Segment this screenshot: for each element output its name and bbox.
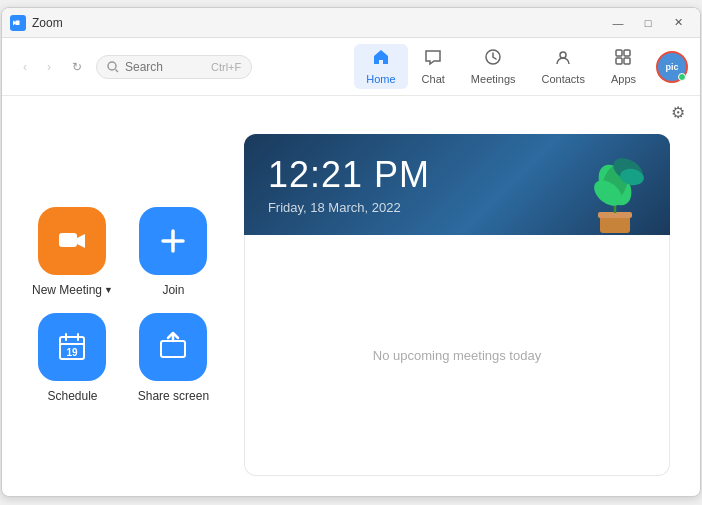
svg-rect-6 xyxy=(624,50,630,56)
plus-icon xyxy=(157,225,189,257)
profile-status-indicator xyxy=(678,73,686,81)
settings-area: ⚙ xyxy=(2,96,700,124)
settings-button[interactable]: ⚙ xyxy=(666,100,690,124)
chat-icon xyxy=(424,48,442,71)
back-button[interactable]: ‹ xyxy=(14,56,36,78)
svg-rect-5 xyxy=(616,50,622,56)
avatar[interactable]: pic xyxy=(656,51,688,83)
right-panel: 12:21 PM Friday, 18 March, 2022 xyxy=(244,134,670,476)
navbar: ‹ › ↻ Ctrl+F Home xyxy=(2,38,700,96)
svg-rect-17 xyxy=(161,341,185,357)
left-panel: New Meeting ▼ Join xyxy=(32,134,214,476)
nav-tabs: Home Chat Meetings xyxy=(354,44,648,89)
home-icon xyxy=(372,48,390,71)
zoom-window: Zoom — □ ✕ ‹ › ↻ Ctrl+F xyxy=(1,7,701,497)
window-title: Zoom xyxy=(32,16,598,30)
schedule-label: Schedule xyxy=(47,389,97,403)
title-bar: Zoom — □ ✕ xyxy=(2,8,700,38)
new-meeting-label: New Meeting ▼ xyxy=(32,283,113,297)
share-screen-icon xyxy=(157,331,189,363)
contacts-icon xyxy=(554,48,572,71)
meetings-icon xyxy=(484,48,502,71)
tab-meetings-label: Meetings xyxy=(471,73,516,85)
tab-home-label: Home xyxy=(366,73,395,85)
join-item: Join xyxy=(133,207,214,297)
maximize-button[interactable]: □ xyxy=(634,13,662,33)
zoom-logo-icon xyxy=(10,15,26,31)
plant-decoration-icon xyxy=(570,155,660,235)
tab-chat[interactable]: Chat xyxy=(410,44,457,89)
schedule-item: 19 Schedule xyxy=(32,313,113,403)
svg-text:19: 19 xyxy=(67,347,79,358)
svg-rect-9 xyxy=(59,233,77,247)
clock-widget: 12:21 PM Friday, 18 March, 2022 xyxy=(244,134,670,235)
schedule-button[interactable]: 19 xyxy=(38,313,106,381)
nav-back-forward: ‹ › xyxy=(14,56,60,78)
svg-point-1 xyxy=(108,62,116,70)
tab-apps-label: Apps xyxy=(611,73,636,85)
close-button[interactable]: ✕ xyxy=(664,13,692,33)
camera-icon xyxy=(56,225,88,257)
no-meetings-text: No upcoming meetings today xyxy=(373,348,541,363)
new-meeting-button[interactable] xyxy=(38,207,106,275)
tab-contacts-label: Contacts xyxy=(542,73,585,85)
search-bar[interactable]: Ctrl+F xyxy=(96,55,252,79)
tab-contacts[interactable]: Contacts xyxy=(530,44,597,89)
tab-meetings[interactable]: Meetings xyxy=(459,44,528,89)
join-label: Join xyxy=(162,283,184,297)
refresh-button[interactable]: ↻ xyxy=(66,56,88,78)
new-meeting-item: New Meeting ▼ xyxy=(32,207,113,297)
svg-rect-8 xyxy=(624,58,630,64)
search-icon xyxy=(107,61,119,73)
share-screen-label: Share screen xyxy=(138,389,209,403)
action-grid: New Meeting ▼ Join xyxy=(32,207,214,403)
search-shortcut: Ctrl+F xyxy=(211,61,241,73)
join-button[interactable] xyxy=(139,207,207,275)
minimize-button[interactable]: — xyxy=(604,13,632,33)
calendar-icon: 19 xyxy=(56,331,88,363)
main-content: New Meeting ▼ Join xyxy=(2,124,700,496)
svg-line-2 xyxy=(116,69,119,72)
share-screen-button[interactable] xyxy=(139,313,207,381)
share-screen-item: Share screen xyxy=(133,313,214,403)
meetings-panel: No upcoming meetings today xyxy=(244,235,670,476)
search-input[interactable] xyxy=(125,60,205,74)
profile-area: pic xyxy=(656,51,688,83)
forward-button[interactable]: › xyxy=(38,56,60,78)
window-controls: — □ ✕ xyxy=(604,13,692,33)
tab-chat-label: Chat xyxy=(422,73,445,85)
svg-point-4 xyxy=(560,52,566,58)
apps-icon xyxy=(614,48,632,71)
tab-apps[interactable]: Apps xyxy=(599,44,648,89)
profile-initials: pic xyxy=(665,62,678,72)
svg-rect-7 xyxy=(616,58,622,64)
tab-home[interactable]: Home xyxy=(354,44,407,89)
